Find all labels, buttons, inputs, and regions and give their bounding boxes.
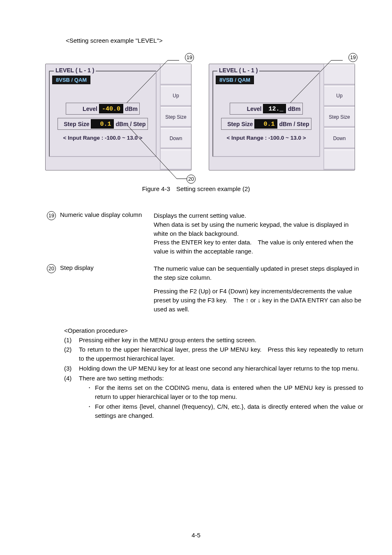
mode-chip-r: 8VSB / QAM bbox=[216, 76, 254, 84]
softkey-blank-2-r[interactable] bbox=[324, 149, 355, 170]
callout-19-left: 19 bbox=[185, 53, 194, 62]
def-20: 20 Step display The numeric value can be… bbox=[47, 264, 363, 319]
op-item-1: (1) Pressing either key in the MENU grou… bbox=[64, 336, 363, 345]
page-number: 4-5 bbox=[0, 532, 392, 539]
bullet-icon: ・ bbox=[86, 402, 92, 420]
op-item-2: (2) To return to the upper hierarchical … bbox=[64, 345, 363, 363]
def-20-number: 20 bbox=[47, 264, 56, 273]
op-3-num: (3) bbox=[64, 364, 75, 373]
def-20-body: The numeric value can be sequentially up… bbox=[154, 264, 363, 319]
softkey-column: Up Step Size Down bbox=[160, 64, 191, 170]
step-value-r: 0.1 bbox=[263, 121, 274, 128]
level-row-r: Level 12._ dBm bbox=[230, 103, 302, 115]
def-19-line1: Displays the current setting value. bbox=[154, 211, 363, 220]
level-unit-r: dBm bbox=[288, 106, 300, 112]
level-unit: dBm bbox=[125, 106, 138, 112]
softkey-up[interactable]: Up bbox=[161, 85, 191, 107]
operation-heading: <Operation procedure> bbox=[64, 327, 363, 334]
group-title-r: LEVEL ( L - 1 ) bbox=[217, 67, 259, 74]
input-range: < Input Range : -100.0 ~ 13.0 > bbox=[52, 135, 153, 141]
right-panel-wrap: 19 LEVEL ( L - 1 ) 8VSB / QAM Level 12._ bbox=[209, 64, 355, 170]
op-4-sub2: ・ For other items {level, channel (frequ… bbox=[86, 402, 363, 420]
softkey-blank-1[interactable] bbox=[161, 64, 191, 85]
bullet-icon: ・ bbox=[86, 383, 92, 401]
step-label-r: Step Size bbox=[223, 121, 253, 127]
softkey-down-r[interactable]: Down bbox=[324, 128, 355, 149]
op-4-sub1: ・ For the items set on the CODING menu, … bbox=[86, 383, 363, 401]
def-19-line2: When data is set by using the numeric ke… bbox=[154, 220, 363, 238]
op-item-4: (4) There are two setting methods: ・ For… bbox=[64, 374, 363, 420]
right-panel: LEVEL ( L - 1 ) 8VSB / QAM Level 12._ dB… bbox=[209, 64, 355, 170]
def-19-line3: Press the ENTER key to enter data. The v… bbox=[154, 238, 363, 256]
callout-20-left: 20 bbox=[187, 175, 196, 184]
left-panel-wrap: 19 LEVEL ( L - 1 ) 8VSB / QAM Level -40.… bbox=[45, 64, 191, 170]
softkey-column-r: Up Step Size Down bbox=[323, 64, 355, 170]
softkey-blank-1-r[interactable] bbox=[324, 64, 355, 85]
softkey-down[interactable]: Down bbox=[161, 128, 191, 149]
op-4-num: (4) bbox=[64, 374, 75, 420]
level-row: Level -40.0 dBm bbox=[66, 103, 140, 115]
callout-19-number: 19 bbox=[185, 53, 194, 62]
step-value: 0.1 bbox=[100, 121, 111, 128]
softkey-step-size[interactable]: Step Size bbox=[161, 107, 191, 128]
level-value-box-r[interactable]: 12._ bbox=[263, 104, 286, 113]
op-2-text: To return to the upper hierarchical laye… bbox=[79, 345, 363, 363]
op-1-text: Pressing either key in the MENU group en… bbox=[79, 336, 363, 345]
section-heading: <Setting screen example "LEVEL"> bbox=[66, 37, 363, 44]
callout-19-number-r: 19 bbox=[348, 53, 357, 62]
operation-list: (1) Pressing either key in the MENU grou… bbox=[64, 336, 363, 420]
group-title: LEVEL ( L - 1 ) bbox=[54, 67, 96, 74]
def-20-line2: Pressing the F2 (Up) or F4 (Down) key in… bbox=[154, 287, 363, 313]
left-panel: LEVEL ( L - 1 ) 8VSB / QAM Level -40.0 d… bbox=[45, 64, 191, 170]
step-label: Step Size bbox=[60, 121, 89, 127]
step-row-r: Step Size 0.1 dBm / Step bbox=[221, 118, 311, 130]
op-4-text: There are two setting methods: ・ For the… bbox=[79, 374, 363, 420]
mode-chip: 8VSB / QAM bbox=[52, 76, 90, 84]
op-4-sub1-text: For the items set on the CODING menu, da… bbox=[95, 383, 363, 401]
op-item-3: (3) Holding down the UP MENU key for at … bbox=[64, 364, 363, 373]
step-value-box-r[interactable]: 0.1 bbox=[254, 119, 277, 129]
level-value-r: 12._ bbox=[268, 106, 283, 113]
input-range-r: < Input Range : -100.0 ~ 13.0 > bbox=[216, 135, 317, 141]
def-19: 19 Numeric value display column Displays… bbox=[47, 211, 363, 256]
callout-20-number: 20 bbox=[187, 175, 196, 184]
level-value-box[interactable]: -40.0 bbox=[99, 104, 123, 113]
def-20-term: Step display bbox=[60, 264, 150, 319]
level-groupbox-r: LEVEL ( L - 1 ) 8VSB / QAM Level 12._ dB… bbox=[212, 71, 320, 157]
step-unit: dBm / Step bbox=[115, 121, 145, 127]
step-value-box[interactable]: 0.1 bbox=[91, 119, 114, 129]
step-row: Step Size 0.1 dBm / Step bbox=[58, 118, 148, 130]
level-groupbox: LEVEL ( L - 1 ) 8VSB / QAM Level -40.0 d… bbox=[49, 71, 157, 157]
op-4-head: There are two setting methods: bbox=[79, 374, 363, 383]
level-label-r: Level bbox=[232, 106, 261, 112]
level-value: -40.0 bbox=[102, 106, 120, 113]
def-19-number: 19 bbox=[47, 211, 56, 220]
op-1-num: (1) bbox=[64, 336, 75, 345]
softkey-step-size-r[interactable]: Step Size bbox=[324, 107, 355, 128]
softkey-up-r[interactable]: Up bbox=[324, 85, 355, 107]
op-4-sub2-text: For other items {level, channel (frequen… bbox=[95, 402, 363, 420]
def-19-body: Displays the current setting value. When… bbox=[154, 211, 363, 256]
step-unit-r: dBm / Step bbox=[279, 121, 309, 127]
softkey-blank-2[interactable] bbox=[161, 149, 191, 170]
def-19-term: Numeric value display column bbox=[60, 211, 150, 256]
figure-caption: Figure 4-3 Setting screen example (2) bbox=[29, 185, 363, 192]
op-3-text: Holding down the UP MENU key for at leas… bbox=[79, 364, 363, 373]
level-label: Level bbox=[68, 106, 97, 112]
def-20-line1: The numeric value can be sequentially up… bbox=[154, 264, 363, 282]
op-2-num: (2) bbox=[64, 345, 75, 363]
definition-list: 19 Numeric value display column Displays… bbox=[47, 211, 363, 319]
screenshot-row: 19 LEVEL ( L - 1 ) 8VSB / QAM Level -40.… bbox=[45, 64, 363, 170]
callout-19-right: 19 bbox=[348, 53, 357, 62]
